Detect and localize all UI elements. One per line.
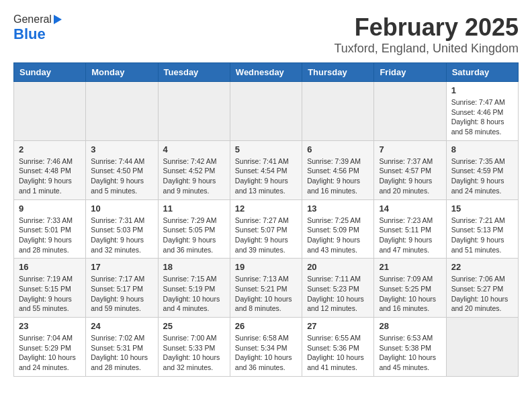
day-number: 12 [235,203,297,214]
day-info: Sunrise: 7:23 AMSunset: 5:11 PMDaylight:… [379,216,441,255]
calendar-cell: 12Sunrise: 7:27 AMSunset: 5:07 PMDayligh… [230,199,302,259]
calendar-cell: 11Sunrise: 7:29 AMSunset: 5:05 PMDayligh… [158,199,230,259]
title-block: February 2025 Tuxford, England, United K… [335,13,519,56]
calendar-cell: 20Sunrise: 7:11 AMSunset: 5:23 PMDayligh… [302,259,374,318]
day-number: 14 [379,203,441,214]
day-info: Sunrise: 7:44 AMSunset: 4:50 PMDaylight:… [91,156,152,196]
weekday-header-sunday: Sunday [14,63,86,82]
day-number: 10 [91,203,152,214]
day-number: 20 [307,262,369,272]
weekday-header-friday: Friday [374,63,446,82]
day-info: Sunrise: 7:25 AMSunset: 5:09 PMDaylight:… [307,216,369,255]
calendar-cell: 22Sunrise: 7:06 AMSunset: 5:27 PMDayligh… [446,259,518,318]
page-header: General Blue February 2025 Tuxford, Engl… [13,13,519,56]
calendar-cell: 8Sunrise: 7:35 AMSunset: 4:59 PMDaylight… [446,140,518,199]
day-number: 13 [307,203,369,214]
calendar-cell: 1Sunrise: 7:47 AMSunset: 4:46 PMDaylight… [446,82,518,141]
day-info: Sunrise: 7:00 AMSunset: 5:33 PMDaylight:… [163,333,225,373]
day-info: Sunrise: 7:31 AMSunset: 5:03 PMDaylight:… [91,216,152,255]
calendar-cell [374,82,446,141]
calendar-cell: 19Sunrise: 7:13 AMSunset: 5:21 PMDayligh… [230,259,302,318]
day-number: 28 [379,321,441,331]
calendar-cell: 23Sunrise: 7:04 AMSunset: 5:29 PMDayligh… [14,318,86,377]
calendar-cell: 9Sunrise: 7:33 AMSunset: 5:01 PMDaylight… [14,199,86,259]
day-info: Sunrise: 7:29 AMSunset: 5:05 PMDaylight:… [163,216,225,255]
day-info: Sunrise: 7:06 AMSunset: 5:27 PMDaylight:… [451,274,513,314]
calendar-cell: 27Sunrise: 6:55 AMSunset: 5:36 PMDayligh… [302,318,374,377]
day-number: 6 [307,144,369,154]
calendar-cell: 24Sunrise: 7:02 AMSunset: 5:31 PMDayligh… [86,318,158,377]
calendar-cell: 21Sunrise: 7:09 AMSunset: 5:25 PMDayligh… [374,259,446,318]
calendar-cell: 16Sunrise: 7:19 AMSunset: 5:15 PMDayligh… [14,259,86,318]
day-info: Sunrise: 6:53 AMSunset: 5:38 PMDaylight:… [379,333,441,373]
weekday-header-wednesday: Wednesday [230,63,302,82]
week-row-2: 2Sunrise: 7:46 AMSunset: 4:48 PMDaylight… [14,140,519,199]
day-number: 27 [307,321,369,331]
calendar-cell: 18Sunrise: 7:15 AMSunset: 5:19 PMDayligh… [158,259,230,318]
logo: General Blue [13,13,62,43]
day-info: Sunrise: 6:58 AMSunset: 5:34 PMDaylight:… [235,333,297,373]
day-info: Sunrise: 7:17 AMSunset: 5:17 PMDaylight:… [91,274,152,314]
day-number: 21 [379,262,441,272]
day-number: 1 [451,85,513,95]
day-number: 11 [163,203,225,214]
calendar-cell: 3Sunrise: 7:44 AMSunset: 4:50 PMDaylight… [86,140,158,199]
calendar-table: SundayMondayTuesdayWednesdayThursdayFrid… [13,62,519,377]
calendar-cell [302,82,374,141]
day-number: 3 [91,144,152,154]
day-number: 5 [235,144,297,154]
calendar-cell: 15Sunrise: 7:21 AMSunset: 5:13 PMDayligh… [446,199,518,259]
day-info: Sunrise: 7:21 AMSunset: 5:13 PMDaylight:… [451,216,513,255]
calendar-cell: 2Sunrise: 7:46 AMSunset: 4:48 PMDaylight… [14,140,86,199]
day-info: Sunrise: 7:19 AMSunset: 5:15 PMDaylight:… [19,274,81,314]
day-info: Sunrise: 7:46 AMSunset: 4:48 PMDaylight:… [19,156,81,196]
day-number: 8 [451,144,513,154]
day-number: 18 [163,262,225,272]
day-info: Sunrise: 7:37 AMSunset: 4:57 PMDaylight:… [379,156,441,196]
weekday-header-thursday: Thursday [302,63,374,82]
calendar-cell: 14Sunrise: 7:23 AMSunset: 5:11 PMDayligh… [374,199,446,259]
calendar-cell: 17Sunrise: 7:17 AMSunset: 5:17 PMDayligh… [86,259,158,318]
day-info: Sunrise: 7:15 AMSunset: 5:19 PMDaylight:… [163,274,225,314]
day-number: 16 [19,262,81,272]
day-info: Sunrise: 7:04 AMSunset: 5:29 PMDaylight:… [19,333,81,373]
calendar-cell [230,82,302,141]
day-number: 23 [19,321,81,331]
calendar-cell [158,82,230,141]
calendar-title: February 2025 [335,13,519,42]
day-number: 4 [163,144,225,154]
day-info: Sunrise: 7:47 AMSunset: 4:46 PMDaylight:… [451,97,513,137]
logo-general-text: General [13,13,52,26]
logo-blue-text: Blue [13,26,46,43]
week-row-5: 23Sunrise: 7:04 AMSunset: 5:29 PMDayligh… [14,318,519,377]
day-number: 9 [19,203,81,214]
day-number: 24 [91,321,152,331]
calendar-cell: 25Sunrise: 7:00 AMSunset: 5:33 PMDayligh… [158,318,230,377]
weekday-header-monday: Monday [86,63,158,82]
day-info: Sunrise: 7:33 AMSunset: 5:01 PMDaylight:… [19,216,81,255]
calendar-location: Tuxford, England, United Kingdom [335,42,519,56]
calendar-cell: 26Sunrise: 6:58 AMSunset: 5:34 PMDayligh… [230,318,302,377]
calendar-cell [14,82,86,141]
calendar-cell: 6Sunrise: 7:39 AMSunset: 4:56 PMDaylight… [302,140,374,199]
calendar-cell [86,82,158,141]
day-info: Sunrise: 7:35 AMSunset: 4:59 PMDaylight:… [451,156,513,196]
calendar-cell: 7Sunrise: 7:37 AMSunset: 4:57 PMDaylight… [374,140,446,199]
day-number: 15 [451,203,513,214]
day-number: 25 [163,321,225,331]
weekday-header-saturday: Saturday [446,63,518,82]
calendar-cell: 28Sunrise: 6:53 AMSunset: 5:38 PMDayligh… [374,318,446,377]
weekday-header-row: SundayMondayTuesdayWednesdayThursdayFrid… [14,63,519,82]
day-number: 7 [379,144,441,154]
day-number: 2 [19,144,81,154]
calendar-cell: 5Sunrise: 7:41 AMSunset: 4:54 PMDaylight… [230,140,302,199]
calendar-cell: 10Sunrise: 7:31 AMSunset: 5:03 PMDayligh… [86,199,158,259]
calendar-cell: 4Sunrise: 7:42 AMSunset: 4:52 PMDaylight… [158,140,230,199]
week-row-4: 16Sunrise: 7:19 AMSunset: 5:15 PMDayligh… [14,259,519,318]
week-row-1: 1Sunrise: 7:47 AMSunset: 4:46 PMDaylight… [14,82,519,141]
day-info: Sunrise: 7:41 AMSunset: 4:54 PMDaylight:… [235,156,297,196]
day-info: Sunrise: 7:11 AMSunset: 5:23 PMDaylight:… [307,274,369,314]
day-number: 17 [91,262,152,272]
day-info: Sunrise: 7:42 AMSunset: 4:52 PMDaylight:… [163,156,225,196]
day-info: Sunrise: 7:39 AMSunset: 4:56 PMDaylight:… [307,156,369,196]
